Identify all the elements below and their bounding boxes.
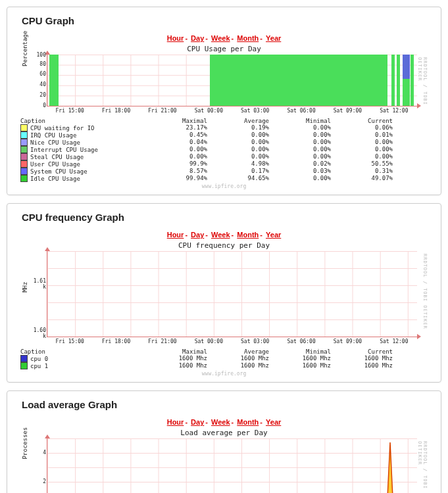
time-week[interactable]: Week <box>211 34 230 42</box>
time-month[interactable]: Month <box>237 34 259 42</box>
y-ticks: 1.60 k 1.61 k <box>29 251 46 337</box>
panel-heading: Load average Graph <box>22 399 428 410</box>
legend-row: Nice CPU Usage <box>20 139 145 146</box>
time-week[interactable]: Week <box>211 231 230 239</box>
time-hour[interactable]: Hour <box>167 418 184 426</box>
y-ticks: 2 4 <box>29 438 46 493</box>
legend-row: Idle CPU Usage <box>20 175 145 182</box>
y-axis-label: MHz <box>22 282 28 293</box>
time-year[interactable]: Year <box>266 418 281 426</box>
time-day[interactable]: Day <box>191 34 204 42</box>
time-day[interactable]: Day <box>191 418 204 426</box>
load-chart: Processes RRDTOOL / TOBI OETIKER 2 4 <box>20 438 428 493</box>
plot-area: 2 4 <box>47 438 417 493</box>
time-year[interactable]: Year <box>266 231 281 239</box>
time-range-nav: Hour- Day- Week- Month- Year <box>20 231 428 239</box>
time-month[interactable]: Month <box>237 231 259 239</box>
cpu-chart: Percentage RRDTOOL / TOBI OETIKER 0 20 4… <box>20 55 428 114</box>
time-year[interactable]: Year <box>266 34 281 42</box>
footer-link: www.ipfire.org <box>20 183 428 189</box>
freq-chart: MHz RRDTOOL / TOBI OETIKER 1.60 k 1.61 k… <box>20 251 428 344</box>
load-avg-panel: Load average Graph Hour- Day- Week- Mont… <box>7 390 441 493</box>
swatch-icon <box>20 131 28 139</box>
time-day[interactable]: Day <box>191 231 204 239</box>
time-range-nav: Hour- Day- Week- Month- Year <box>20 34 428 42</box>
footer-link: www.ipfire.org <box>20 371 428 377</box>
legend-row: User CPU Usage <box>20 160 145 168</box>
time-hour[interactable]: Hour <box>167 231 184 239</box>
rrdtool-credit: RRDTOOL / TOBI OETIKER <box>417 441 428 493</box>
y-axis-label: Processes <box>22 427 28 459</box>
legend-row: cpu 0 <box>20 355 145 362</box>
swatch-icon <box>20 160 28 168</box>
plot-area: 0 20 40 60 80 100 <box>47 55 417 106</box>
time-hour[interactable]: Hour <box>167 34 184 42</box>
legend-row: System CPU Usage <box>20 168 145 175</box>
swatch-icon <box>20 139 28 146</box>
swatch-icon <box>20 168 28 175</box>
swatch-icon <box>20 355 28 362</box>
cpu-legend-table: CaptionMaximalAverageMinimalCurrent CPU … <box>20 118 428 182</box>
legend-row: cpu 1 <box>20 362 145 369</box>
plot-area: 1.60 k 1.61 k <box>47 251 417 337</box>
cpu-graph-panel: CPU Graph Hour- Day- Week- Month- Year C… <box>7 7 441 195</box>
swatch-icon <box>20 175 28 182</box>
load-spike <box>386 442 395 494</box>
y-ticks: 0 20 40 60 80 100 <box>29 55 46 106</box>
cpu-freq-panel: CPU frequency Graph Hour- Day- Week- Mon… <box>7 203 441 383</box>
x-ticks: Fri 15:00Fri 18:00Fri 21:00Sat 00:00Sat … <box>47 108 417 114</box>
y-axis-label: Percentage <box>22 31 28 66</box>
time-week[interactable]: Week <box>211 418 230 426</box>
x-ticks: Fri 15:00Fri 18:00Fri 21:00Sat 00:00Sat … <box>47 339 417 344</box>
swatch-icon <box>20 153 28 160</box>
legend-row: Steal CPU Usage <box>20 153 145 160</box>
swatch-icon <box>20 124 28 131</box>
time-month[interactable]: Month <box>237 418 259 426</box>
swatch-icon <box>20 146 28 153</box>
legend-row: Interrupt CPU Usage <box>20 146 145 153</box>
rrdtool-credit: RRDTOOL / TOBI OETIKER <box>422 254 428 329</box>
time-range-nav: Hour- Day- Week- Month- Year <box>20 418 428 426</box>
freq-legend-table: CaptionMaximalAverageMinimalCurrent cpu … <box>20 348 428 369</box>
legend-row: IRQ CPU Usage <box>20 131 145 139</box>
chart-title: Load average per Day <box>20 429 428 437</box>
chart-title: CPU frequency per Day <box>20 241 428 250</box>
panel-heading: CPU Graph <box>22 15 428 26</box>
panel-heading: CPU frequency Graph <box>22 212 428 223</box>
swatch-icon <box>20 362 28 369</box>
chart-title: CPU Usage per Day <box>20 45 428 53</box>
legend-row: CPU waiting for IO <box>20 124 145 131</box>
